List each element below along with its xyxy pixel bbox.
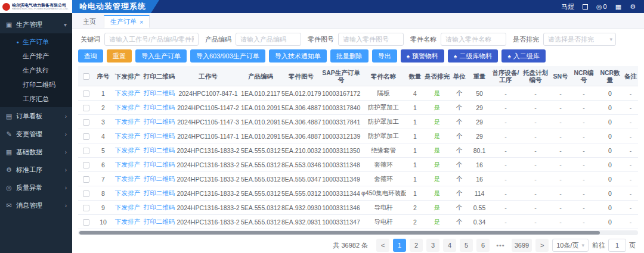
dispatch-link[interactable]: 下发排产 [115,89,140,96]
row-checkbox[interactable] [83,148,89,154]
import-production-orders-button[interactable]: 导入生产订单 [135,49,187,63]
row-checkbox[interactable] [83,119,89,126]
sidebar-item-production-orders[interactable]: ●生产订单 [0,35,72,49]
sidebar-item-print-qrcode[interactable]: 打印二维码 [0,77,72,92]
part-drawing-no-label: 零件图号 [308,35,334,44]
keyword-input[interactable] [104,33,199,46]
close-icon[interactable]: × [140,18,143,26]
dispatch-link[interactable]: 下发排产 [115,175,140,182]
page-button-3[interactable]: 3 [426,239,439,252]
reset-button[interactable]: 重置 [107,49,132,63]
sidebar-item-message-management[interactable]: ✉消息管理› [0,196,72,214]
dispatch-link[interactable]: 下发排产 [115,104,140,111]
row-checkbox[interactable] [83,176,89,183]
table-row: 1下发排产打印二维码2024HPC1007-847-11EA.010.21175… [78,86,638,101]
list-icon: ▤ [5,113,13,120]
chevron-right-icon: › [65,149,67,155]
import-603-903-orders-button[interactable]: 导入603/903生产订单 [190,49,265,63]
page-size-value: 10条/页 [556,241,578,250]
column-header-17: 备注 [623,73,638,80]
toolbar: 查询重置导入生产订单导入603/903生产订单导入技术通知单批量删除导出♠预警物… [72,48,644,66]
prev-page-button[interactable]: < [376,239,389,252]
sidebar: ▣生产管理▾●生产订单生产排产生产执行打印二维码工序汇总▤订单看板›✎变更管理›… [0,13,72,253]
print-qrcode-link[interactable]: 打印二维码 [144,161,175,168]
sidebar-item-process-summary[interactable]: 工序汇总 [0,92,72,106]
dispatch-link[interactable]: 下发排产 [115,118,140,125]
search-button[interactable]: 查询 [78,49,103,63]
edit-icon: ✎ [5,130,13,138]
sidebar-item-standard-process[interactable]: ⚙标准工序› [0,161,72,179]
row-checkbox[interactable] [83,90,89,97]
part-drawing-no-input[interactable] [338,33,404,46]
page-button-5[interactable]: 5 [460,239,473,252]
row-checkbox[interactable] [83,105,89,111]
page-size-select[interactable]: 10条/页 ▾ [552,239,589,252]
sidebar-item-base-data[interactable]: ▦基础数据› [0,143,72,161]
print-qrcode-link[interactable]: 打印二维码 [144,146,175,154]
print-qrcode-link[interactable]: 打印二维码 [144,132,175,139]
goto-page-input[interactable] [608,239,626,252]
target-icon: ◎ [5,184,13,192]
table-row: 7下发排产打印二维码2024HPC1316-1833-25EA.555.0312… [78,172,638,186]
row-checkbox[interactable] [83,205,89,211]
page-button-4[interactable]: 4 [443,239,456,252]
table-row: 6下发排产打印二维码2024HPC1316-1833-25EA.555.0312… [78,158,638,172]
orders-table: 序号下发排产打印二维码工作号产品编码零件图号SAP生产订单号零件名称数量是否排完… [72,66,644,229]
print-qrcode-link[interactable]: 打印二维码 [144,104,175,111]
dispatch-link[interactable]: 下发排产 [115,161,140,168]
company-logo: 哈尔滨电气动力装备有限公司 HARBIN ELECTRIC POWER EQUI… [0,0,72,13]
dispatch-link[interactable]: 下发排产 [115,189,140,196]
print-qrcode-link[interactable]: 打印二维码 [144,89,175,96]
scheduled-status-select[interactable]: 请选择是否排完▾ [543,33,616,46]
row-checkbox[interactable] [83,133,89,140]
chevron-right-icon: › [65,167,67,173]
tab-production-orders[interactable]: 生产订单× [104,15,150,28]
import-tech-notice-button[interactable]: 导入技术通知单 [269,49,327,63]
print-qrcode-link[interactable]: 打印二维码 [144,189,175,196]
select-placeholder: 请选择是否排完 [548,35,594,44]
dispatch-link[interactable]: 下发排产 [115,204,140,211]
print-qrcode-link[interactable]: 打印二维码 [144,204,175,211]
dispatch-link[interactable]: 下发排产 [115,146,140,154]
warning-materials-button[interactable]: ♠预警物料 [401,49,444,63]
secondary-store-materials-button[interactable]: ♠二级库物料 [448,49,498,63]
column-header-7: 零件名称 [361,73,406,80]
part-name-input[interactable] [441,33,506,46]
scheduled-flag: 是 [424,118,450,126]
sidebar-item-production-execution[interactable]: 生产执行 [0,63,72,77]
sidebar-item-change-management[interactable]: ✎变更管理› [0,125,72,143]
tab-home[interactable]: 主页 [77,15,102,28]
into-secondary-store-button[interactable]: ♠入二级库 [501,49,545,63]
username[interactable]: 马煜 [561,2,574,11]
select-all-checkbox[interactable] [83,73,89,80]
page-button-6[interactable]: 6 [476,239,490,252]
settings-gear-icon[interactable]: ⚙ [630,4,636,10]
print-qrcode-link[interactable]: 打印二维码 [144,118,175,125]
dispatch-link[interactable]: 下发排产 [115,132,140,139]
row-checkbox[interactable] [83,219,89,226]
alert-icon: ♠ [454,53,457,60]
export-button[interactable]: 导出 [372,49,397,63]
column-header-16: NCR数量 [597,69,623,83]
page-button-2[interactable]: 2 [410,239,423,252]
sidebar-item-production-management[interactable]: ▣生产管理▾ [0,15,72,33]
next-page-button[interactable]: > [535,239,549,252]
fullscreen-icon[interactable] [583,4,588,10]
table-row: 3下发排产打印二维码2024HPC1105-1147-31EA.010.2091… [78,115,638,129]
notification-icon[interactable]: ◎ [596,4,602,10]
row-checkbox[interactable] [83,190,89,197]
print-qrcode-link[interactable]: 打印二维码 [144,175,175,182]
apps-grid-icon[interactable]: ▦ [615,4,621,10]
page-button-1[interactable]: 1 [393,239,406,252]
page-button-3699[interactable]: 3699 [512,239,532,252]
product-code-input[interactable] [236,33,301,46]
print-qrcode-link[interactable]: 打印二维码 [144,218,175,225]
row-checkbox[interactable] [83,162,89,168]
horizontal-scrollbar-thumb[interactable] [79,231,600,235]
scheduled-flag: 是 [424,104,450,112]
batch-delete-button[interactable]: 批量删除 [330,49,369,63]
sidebar-item-production-scheduling[interactable]: 生产排产 [0,49,72,63]
sidebar-item-quality-exception[interactable]: ◎质量异常› [0,179,72,196]
sidebar-item-order-board[interactable]: ▤订单看板› [0,107,72,125]
dispatch-link[interactable]: 下发排产 [115,218,140,225]
